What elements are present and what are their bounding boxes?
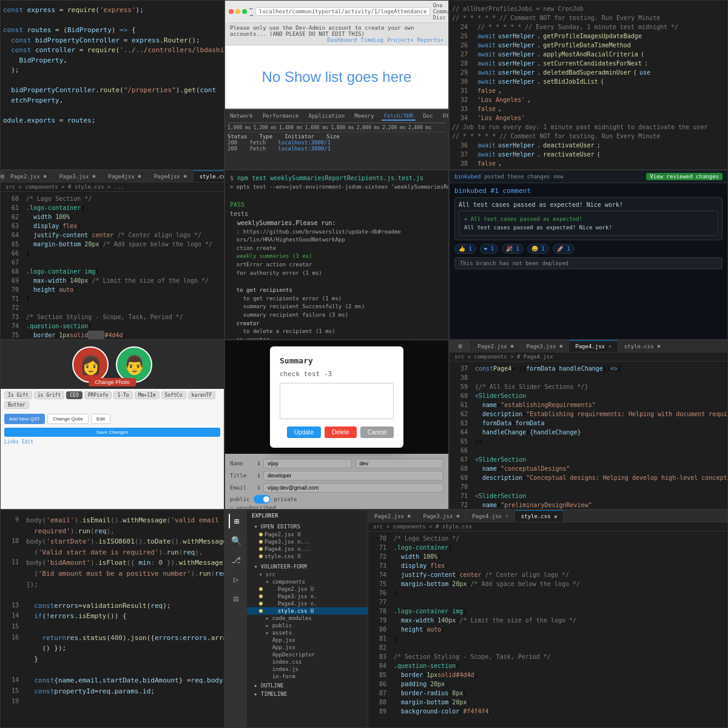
reaction-thumbs[interactable]: 👍 1 [454, 244, 476, 254]
save-changes-button[interactable]: Save Changes [4, 428, 220, 437]
edit-link[interactable]: Edit [22, 439, 33, 445]
modal-textarea[interactable] [280, 383, 394, 419]
tab-fetch[interactable]: Fetch/XHR [382, 112, 416, 121]
file-style[interactable]: style.css U [247, 607, 368, 615]
file-inform[interactable]: in-form [247, 673, 368, 680]
tag-karentf[interactable]: karenTF [188, 391, 216, 399]
modal-delete-button[interactable]: Delete [325, 426, 357, 438]
tabs-bar-middle-right: ⊞ Page2.jsx ● Page3.jsx ● Page4.jsx × st… [450, 340, 727, 352]
modal-cancel-button[interactable]: Cancel [360, 426, 394, 438]
tab-mr-page2[interactable]: Page2.jsx ● [471, 341, 521, 352]
timelog-link[interactable]: TimeLog [360, 37, 383, 43]
modal-title: Summary [280, 356, 394, 365]
tab-mr-style[interactable]: style.css ● [618, 341, 667, 352]
activity-search[interactable]: 🔍 [229, 533, 243, 548]
tab-style-css[interactable]: style.css × [194, 170, 224, 182]
links-link[interactable]: Links [4, 439, 19, 445]
tag-prpinfo[interactable]: PRPinfo [84, 391, 112, 399]
edit-button-profile[interactable]: Edit [91, 414, 110, 424]
commit-message: All test cases passed as expected! Nice … [454, 197, 723, 240]
folder-components[interactable]: ▾ components [247, 578, 368, 585]
editor-content-middle-right[interactable]: 37const Page4 = ({formData, handleChange… [450, 362, 727, 509]
add-new-qst-button[interactable]: Add New QST [4, 414, 45, 424]
open-style[interactable]: style.css U [247, 553, 368, 560]
reports-link[interactable]: Reports▾ [417, 37, 443, 43]
code-panel-top-left: const express = require('express'); cons… [0, 0, 224, 170]
reaction-heart[interactable]: ❤️ 1 [480, 244, 498, 254]
tab-mr-page3[interactable]: Page3.jsx ● [521, 341, 570, 352]
file-appjsx2[interactable]: App.jsx [247, 644, 368, 651]
tab-br-page3[interactable]: Page3.jsx ● [417, 511, 467, 522]
tab-network[interactable]: Network [228, 112, 255, 121]
avatar-green: 👨 [116, 346, 152, 383]
editor-content-middle-left[interactable]: 60/* Logo Section */ 61.logo-container {… [1, 192, 224, 339]
tab-performance[interactable]: Performance [260, 112, 302, 121]
file-page4[interactable]: Page4.jsx n. [247, 600, 368, 607]
file-indexcss[interactable]: index.css [247, 658, 368, 666]
file-indexjs[interactable]: index.js [247, 666, 368, 673]
tag-is-gift[interactable]: Is Gift [4, 391, 32, 399]
change-photo-button[interactable]: Change Photo [89, 378, 136, 386]
change-qube-button[interactable]: Change Qube [47, 414, 89, 424]
reaction-party[interactable]: 🎉 1 [502, 244, 524, 254]
tab-page2[interactable]: Page2.jsx ● [4, 171, 53, 182]
folder-public[interactable]: ▸ public [247, 622, 368, 629]
explorer-title: EXPLORER [247, 510, 368, 521]
open-page2[interactable]: Page2.jsx U [247, 531, 368, 538]
tag-1to[interactable]: 1-To [113, 391, 132, 399]
folder-assets[interactable]: ▸ assets [247, 629, 368, 636]
timeline-toggle[interactable]: ▸ TIMELINE [247, 690, 368, 698]
tag-ceo[interactable]: CEO [66, 391, 82, 399]
tab-br-style[interactable]: style.css ● [515, 510, 564, 522]
activity-debug[interactable]: ▷ [229, 572, 243, 587]
tab-br-page4[interactable]: Page4.jsx × [466, 511, 515, 522]
editor-content-bottom-right[interactable]: 70/* Logo Section */ 71.logo-container {… [368, 531, 727, 727]
file-appdescriptor[interactable]: AppDescriptor [247, 651, 368, 658]
tabs-bar-bottom-right: Page2.jsx ● Page3.jsx ● Page4.jsx × styl… [368, 510, 727, 522]
vscode-panel-middle-right: ⊞ Page2.jsx ● Page3.jsx ● Page4.jsx × st… [449, 340, 728, 510]
reaction-rocket[interactable]: 🚀 1 [553, 244, 575, 254]
project-link[interactable]: Project▾ [387, 37, 413, 43]
no-show-text: No Show list goes here [262, 69, 412, 86]
tag-softco[interactable]: SoftCo [161, 391, 186, 399]
reaction-smile[interactable]: 😄 1 [527, 244, 549, 254]
tab-page4b[interactable]: Page4jsx ● [147, 171, 193, 182]
breadcrumb-middle-right: src > components > # Page4.jsx [450, 352, 727, 362]
activity-git[interactable]: ⎇ [229, 553, 243, 567]
breadcrumb-bottom-right: src > components > # style.css [368, 522, 727, 531]
open-editors-toggle[interactable]: ▾ OPEN EDITORS [247, 522, 368, 531]
avatar-red: 👩 [72, 346, 109, 383]
tab-memory[interactable]: Memory [352, 112, 377, 121]
modal-dialog: Summary check test -3 Update Delete Canc… [270, 346, 403, 448]
url-bar[interactable]: localhost/communityportal/activity/1/log… [255, 7, 430, 16]
activity-explorer[interactable]: ⊞ [229, 514, 243, 528]
folder-src[interactable]: ▾ src [247, 571, 368, 578]
tag-is-grift[interactable]: is Grift [34, 391, 65, 399]
file-appjsx[interactable]: App.jsx [247, 636, 368, 644]
tab-page3[interactable]: Page3.jsx ● [53, 171, 103, 182]
outline-toggle[interactable]: ▸ OUTLINE [247, 681, 368, 690]
tab-application[interactable]: Application [306, 112, 348, 121]
dashboard-link[interactable]: Dashboard [328, 37, 357, 43]
open-page4[interactable]: Page4.jsx n... [247, 545, 368, 553]
window-controls [229, 9, 247, 14]
profile-tags: Is Gift is Grift CEO PRPinfo 1-To Mm+1Im… [1, 389, 224, 411]
tab-br-page2[interactable]: Page2.jsx ● [368, 511, 417, 522]
tab-page4a[interactable]: Page4jsx ● [102, 171, 147, 182]
tab-other[interactable]: Other [440, 112, 449, 121]
file-page3[interactable]: Page3.jsx n. [247, 593, 368, 600]
modal-update-button[interactable]: Update [287, 426, 321, 438]
folder-code-modules[interactable]: ▸ code_modules [247, 615, 368, 622]
file-page2[interactable]: Page2.jsx U [247, 585, 368, 593]
open-page3[interactable]: Page3.jsx n... [247, 538, 368, 545]
profile-header: 👩 👨 Change Photo [1, 340, 224, 389]
visibility-toggle[interactable] [254, 495, 271, 504]
tag-butter[interactable]: Butter [4, 401, 29, 409]
activity-extensions[interactable]: ⊡ [229, 592, 243, 606]
tab-doc[interactable]: Doc [420, 112, 435, 121]
view-reviewed-btn[interactable]: View reviewed changes [646, 173, 723, 180]
activity-icon-files[interactable]: ⊞ [458, 343, 462, 349]
tag-mm1im[interactable]: Mm+1Im [135, 391, 160, 399]
volunteer-form-toggle[interactable]: ▾ VOLUNTEER-FORM [247, 562, 368, 571]
tab-mr-page4[interactable]: Page4.jsx × [569, 340, 618, 352]
